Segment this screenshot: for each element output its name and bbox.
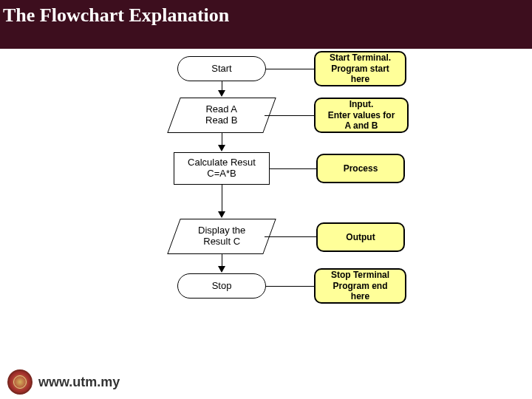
slide-title: The Flowchart Explanation (0, 0, 532, 49)
callout-output: Output (316, 222, 405, 252)
connector-line (265, 115, 314, 116)
node-input-label: Read A Read B (205, 104, 237, 126)
callout-start: Start Terminal. Program start here (314, 51, 406, 86)
connector-line (266, 286, 314, 287)
node-process-label: Calculate Resut C=A*B (188, 157, 256, 180)
node-start-label: Start (211, 64, 231, 75)
callout-start-text: Start Terminal. Program start here (330, 52, 391, 84)
flow-arrow (218, 145, 225, 151)
callout-stop-text: Stop Terminal Program end here (331, 270, 389, 301)
callout-input: Input. Enter values for A and B (314, 98, 409, 133)
flow-line (222, 185, 222, 213)
node-stop-label: Stop (212, 281, 232, 292)
node-output-label: Display the Result C (198, 225, 245, 248)
utm-logo-icon (7, 369, 33, 395)
flow-arrow (218, 266, 225, 273)
node-process-rect: Calculate Resut C=A*B (174, 152, 270, 185)
node-output-parallelogram: Display the Result C (167, 219, 276, 254)
diagram-area: Start Read A Read B Calculate Resut C=A*… (0, 49, 532, 374)
footer-url: www.utm.my (38, 375, 120, 390)
callout-input-text: Input. Enter values for A and B (328, 99, 395, 131)
callout-process-text: Process (344, 163, 378, 174)
node-stop-terminal: Stop (177, 273, 266, 299)
callout-process: Process (316, 154, 405, 183)
node-input-parallelogram: Read A Read B (167, 98, 276, 133)
connector-line (270, 168, 316, 169)
flow-arrow (218, 90, 225, 97)
flow-arrow (218, 211, 225, 218)
connector-line (266, 69, 314, 69)
footer: www.utm.my (7, 369, 120, 395)
node-start-terminal: Start (177, 56, 266, 81)
callout-output-text: Output (346, 232, 375, 242)
callout-stop: Stop Terminal Program end here (314, 268, 406, 304)
connector-line (265, 236, 316, 237)
